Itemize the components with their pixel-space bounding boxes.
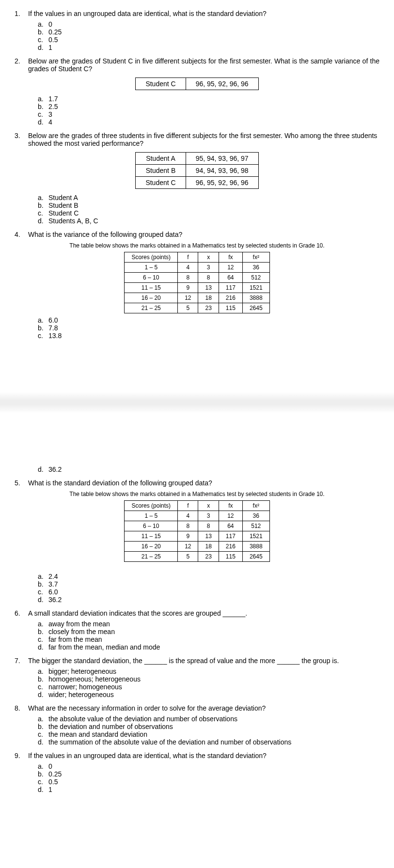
q2-options: a.1.7 b.2.5 c.3 d.4 — [38, 95, 379, 126]
q5-data-table: Scores (points)fxfxfx² 1 – 5431236 6 – 1… — [124, 500, 269, 562]
q4-caption: The table below shows the marks obtained… — [15, 242, 379, 249]
opt-c[interactable]: c.0.5 — [38, 778, 379, 786]
opt-d[interactable]: d.36.2 — [38, 465, 379, 473]
opt-c[interactable]: c.the mean and standard deviation — [38, 730, 379, 738]
q7-options: a.bigger; heterogeneous b.homogeneous; h… — [38, 667, 379, 698]
question-2: 2.Below are the grades of Student C in f… — [15, 57, 379, 73]
page-gap — [0, 349, 394, 456]
question-1: 1.If the values in an ungrouped data are… — [15, 10, 379, 17]
opt-d[interactable]: d.36.2 — [38, 596, 379, 604]
opt-a[interactable]: a.6.0 — [38, 316, 379, 324]
q5-caption: The table below shows the marks obtained… — [15, 491, 379, 497]
opt-a[interactable]: a.1.7 — [38, 95, 379, 103]
opt-b[interactable]: b.0.25 — [38, 770, 379, 778]
question-9: 9.If the values in an ungrouped data are… — [15, 752, 379, 760]
opt-c[interactable]: c.3 — [38, 110, 379, 118]
opt-b[interactable]: b.the deviation and number of observatio… — [38, 723, 379, 730]
opt-b[interactable]: b.homogeneous; heterogeneous — [38, 675, 379, 683]
opt-d[interactable]: d.4 — [38, 118, 379, 126]
opt-a[interactable]: a.the absolute value of the deviation an… — [38, 715, 379, 723]
opt-b[interactable]: b.7.8 — [38, 324, 379, 332]
q3-table: Student A95, 94, 93, 96, 97 Student B94,… — [135, 152, 258, 189]
q8-options: a.the absolute value of the deviation an… — [38, 715, 379, 746]
opt-b[interactable]: b.2.5 — [38, 103, 379, 110]
opt-a[interactable]: a.Student A — [38, 194, 379, 202]
opt-a[interactable]: a.away from the mean — [38, 620, 379, 628]
q-text: If the values in an ungrouped data are i… — [28, 10, 379, 17]
question-3: 3.Below are the grades of three students… — [15, 132, 379, 147]
q4-options-bottom: d.36.2 — [38, 465, 379, 473]
q4-options-top: a.6.0 b.7.8 c.13.8 — [38, 316, 379, 340]
opt-c[interactable]: c.6.0 — [38, 588, 379, 596]
opt-c[interactable]: c.far from the mean — [38, 636, 379, 643]
opt-c[interactable]: c.13.8 — [38, 332, 379, 340]
q6-options: a.away from the mean b.closely from the … — [38, 620, 379, 651]
opt-b[interactable]: b.0.25 — [38, 28, 379, 36]
question-5: 5.What is the standard deviation of the … — [15, 479, 379, 487]
opt-c[interactable]: c.0.5 — [38, 36, 379, 44]
q4-data-table: Scores (points)fxfxfx² 1 – 5431236 6 – 1… — [124, 252, 269, 313]
q2-table: Student C96, 95, 92, 96, 96 — [135, 78, 258, 90]
question-8: 8.What are the necessary information in … — [15, 704, 379, 712]
opt-d[interactable]: d.the summation of the absolute value of… — [38, 738, 379, 746]
opt-b[interactable]: b.3.7 — [38, 580, 379, 588]
q9-options: a.0 b.0.25 c.0.5 d.1 — [38, 762, 379, 793]
opt-b[interactable]: b.Student B — [38, 202, 379, 209]
opt-d[interactable]: d.wider; heterogeneous — [38, 691, 379, 698]
q3-options: a.Student A b.Student B c.Student C d.St… — [38, 194, 379, 225]
q1-options: a.0 b.0.25 c.0.5 d.1 — [38, 20, 379, 51]
q5-options: a.2.4 b.3.7 c.6.0 d.36.2 — [38, 573, 379, 604]
opt-d[interactable]: d.Students A, B, C — [38, 217, 379, 225]
opt-d[interactable]: d.1 — [38, 786, 379, 793]
opt-d[interactable]: d.1 — [38, 44, 379, 51]
opt-c[interactable]: c.Student C — [38, 209, 379, 217]
question-4: 4.What is the variance of the following … — [15, 231, 379, 238]
opt-b[interactable]: b.closely from the mean — [38, 628, 379, 636]
opt-c[interactable]: c.narrower; homogeneous — [38, 683, 379, 691]
opt-d[interactable]: d.far from the mean, median and mode — [38, 643, 379, 651]
opt-a[interactable]: a.bigger; heterogeneous — [38, 667, 379, 675]
opt-a[interactable]: a.0 — [38, 762, 379, 770]
q-num: 1. — [15, 10, 28, 17]
question-7: 7.The bigger the standard deviation, the… — [15, 657, 379, 665]
opt-a[interactable]: a.0 — [38, 20, 379, 28]
opt-a[interactable]: a.2.4 — [38, 573, 379, 580]
question-6: 6.A small standard deviation indicates t… — [15, 609, 379, 617]
